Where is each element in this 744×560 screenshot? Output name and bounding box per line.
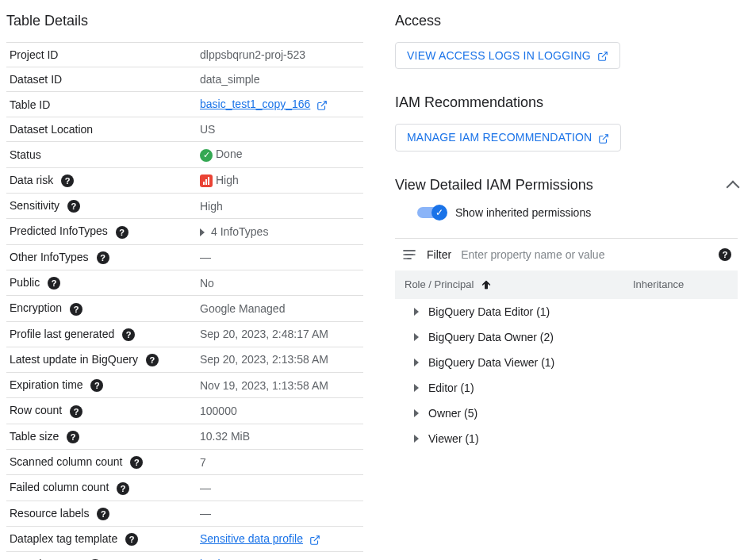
value-public: No [197,270,363,295]
expand-arrow-icon[interactable] [414,384,419,392]
toggle-knob-check-icon: ✓ [431,205,447,221]
detailed-permissions-title: View Detailed IAM Permissions [395,177,593,194]
value-encryption: Google Managed [197,296,363,321]
help-icon[interactable]: ? [48,277,60,290]
help-icon[interactable]: ? [70,303,82,316]
access-title: Access [395,13,738,29]
help-icon[interactable]: ? [146,354,159,366]
show-inherited-toggle[interactable]: ✓ [417,207,446,218]
header-inheritance[interactable]: Inheritance [633,278,728,292]
help-icon[interactable]: ? [116,226,128,239]
roles-table-header: Role / Principal Inheritance [395,270,738,300]
label-expiration-time: Expiration time [10,378,83,391]
manage-iam-label: MANAGE IAM RECOMMENDATION [407,131,592,144]
roles-list: BigQuery Data Editor (1)BigQuery Data Ow… [395,299,738,451]
value-latest-update: Sep 20, 2023, 2:13:58 AM [197,347,363,372]
filter-icon[interactable] [401,247,417,263]
chevron-up-icon[interactable] [727,181,740,194]
help-icon[interactable]: ? [97,508,109,520]
label-profile-last-generated: Profile last generated [10,328,114,340]
help-icon[interactable]: ? [117,482,129,495]
label-dataset-location: Dataset Location [6,117,197,142]
label-encryption: Encryption [10,301,62,314]
label-table-size: Table size [10,430,59,443]
label-dataplex-tag-template: Dataplex tag template [10,532,117,545]
label-other-infotypes: Other InfoTypes [10,251,89,263]
iam-recommendations-title: IAM Recommendations [395,94,738,111]
label-resource-labels: Resource labels [10,507,89,520]
help-icon[interactable]: ? [90,379,103,392]
label-table-id: Table ID [6,92,197,117]
sort-ascending-icon[interactable] [480,278,493,292]
expand-arrow-icon[interactable] [414,359,419,366]
value-sensitivity: High [197,194,363,219]
value-other-infotypes: — [197,244,363,270]
svg-line-1 [314,536,319,541]
help-icon[interactable]: ? [67,431,79,443]
filter-label: Filter [427,248,451,261]
label-latest-update: Latest update in BigQuery [10,353,138,366]
show-inherited-label: Show inherited permissions [455,206,591,219]
filter-input[interactable] [461,248,704,261]
role-row[interactable]: Editor (1) [395,375,738,401]
external-link-icon [309,533,320,546]
value-resource-labels: — [197,501,363,526]
value-dataset-id: data_simple [197,67,363,92]
expand-arrow-icon[interactable] [414,435,419,443]
dataplex-tag-template-link[interactable]: Sensitive data profile [200,532,303,545]
details-table: Project ID dlppsbqrun2-proj-523 Dataset … [6,42,363,560]
value-predicted-infotypes: 4 InfoTypes [211,225,268,238]
expand-arrow-icon[interactable] [414,333,419,341]
label-public: Public [10,276,40,289]
value-row-count: 100000 [197,398,363,424]
external-link-icon [597,49,608,62]
label-predicted-infotypes: Predicted InfoTypes [10,224,108,237]
role-name: BigQuery Data Editor (1) [428,305,550,318]
value-status: Done [216,148,242,160]
manage-iam-recommendation-button[interactable]: MANAGE IAM RECOMMENDATION [395,124,621,151]
help-icon[interactable]: ? [122,328,135,341]
value-failed-column-count: — [197,475,363,501]
help-icon[interactable]: ? [97,251,109,264]
label-sensitivity: Sensitivity [10,199,59,212]
view-access-logs-label: VIEW ACCESS LOGS IN LOGGING [407,49,591,62]
expand-arrow-icon[interactable] [414,308,419,316]
value-data-risk: High [216,174,239,186]
role-row[interactable]: Viewer (1) [395,426,738,451]
expand-arrow-icon[interactable] [414,409,419,417]
value-scanned-column-count: 7 [197,450,363,475]
help-icon[interactable]: ? [130,456,143,469]
expand-arrow-icon[interactable] [200,228,205,236]
role-row[interactable]: BigQuery Data Editor (1) [395,299,738,324]
label-row-count: Row count [10,404,62,416]
role-name: Viewer (1) [428,432,479,445]
label-dataset-id: Dataset ID [6,67,197,92]
value-dataset-location: US [197,117,363,142]
help-icon[interactable]: ? [70,405,82,418]
external-link-icon [598,131,609,144]
svg-line-0 [321,102,326,106]
role-name: BigQuery Data Viewer (1) [428,356,554,369]
value-profile-last-generated: Sep 20, 2023, 2:48:17 AM [197,321,363,347]
header-role-principal[interactable]: Role / Principal [405,278,474,290]
help-icon[interactable]: ? [719,248,731,261]
help-icon[interactable]: ? [61,175,74,187]
svg-line-3 [602,52,607,57]
role-name: BigQuery Data Owner (2) [428,331,554,343]
label-failed-column-count: Failed column count [10,481,109,493]
external-link-icon [316,98,328,111]
view-access-logs-button[interactable]: VIEW ACCESS LOGS IN LOGGING [395,42,620,69]
label-scanned-column-count: Scanned column count [10,455,122,468]
value-table-size: 10.32 MiB [197,424,363,449]
help-icon[interactable]: ? [67,200,80,213]
role-name: Editor (1) [428,382,474,394]
svg-line-4 [603,134,608,139]
help-icon[interactable]: ? [125,533,138,546]
role-row[interactable]: BigQuery Data Owner (2) [395,324,738,350]
table-details-title: Table Details [6,13,363,29]
table-id-link[interactable]: basic_test1_copy_166 [200,98,310,110]
label-status: Status [6,142,197,167]
role-row[interactable]: Owner (5) [395,401,738,426]
role-row[interactable]: BigQuery Data Viewer (1) [395,350,738,375]
value-project-id: dlppsbqrun2-proj-523 [197,43,363,67]
